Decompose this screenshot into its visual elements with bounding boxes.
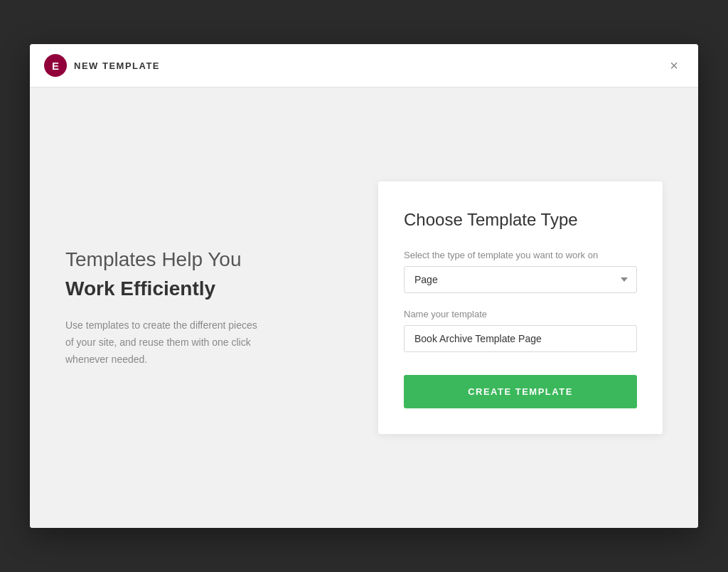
type-form-group: Select the type of template you want to … <box>404 250 637 293</box>
header-left: E NEW TEMPLATE <box>44 54 160 77</box>
type-label: Select the type of template you want to … <box>404 250 637 260</box>
page-background: E NEW TEMPLATE × Templates Help You Work… <box>0 0 728 572</box>
modal-body: Templates Help You Work Efficiently Use … <box>30 88 698 528</box>
tagline-line1: Templates Help You <box>65 247 321 272</box>
form-panel: Choose Template Type Select the type of … <box>378 181 663 434</box>
create-template-button[interactable]: CREATE TEMPLATE <box>404 375 637 408</box>
modal-header: E NEW TEMPLATE × <box>30 44 698 88</box>
modal-container: E NEW TEMPLATE × Templates Help You Work… <box>30 44 698 528</box>
tagline-description: Use templates to create the different pi… <box>65 317 264 368</box>
template-type-select[interactable]: Page Section Block <box>404 266 637 293</box>
close-button[interactable]: × <box>664 55 684 75</box>
elementor-logo-icon: E <box>44 54 67 77</box>
name-form-group: Name your template <box>404 309 637 352</box>
template-name-input[interactable] <box>404 325 637 352</box>
left-panel: Templates Help You Work Efficiently Use … <box>65 247 336 368</box>
name-label: Name your template <box>404 309 637 319</box>
tagline-line2: Work Efficiently <box>65 276 321 302</box>
modal-title: NEW TEMPLATE <box>74 60 160 71</box>
form-title: Choose Template Type <box>404 210 637 230</box>
